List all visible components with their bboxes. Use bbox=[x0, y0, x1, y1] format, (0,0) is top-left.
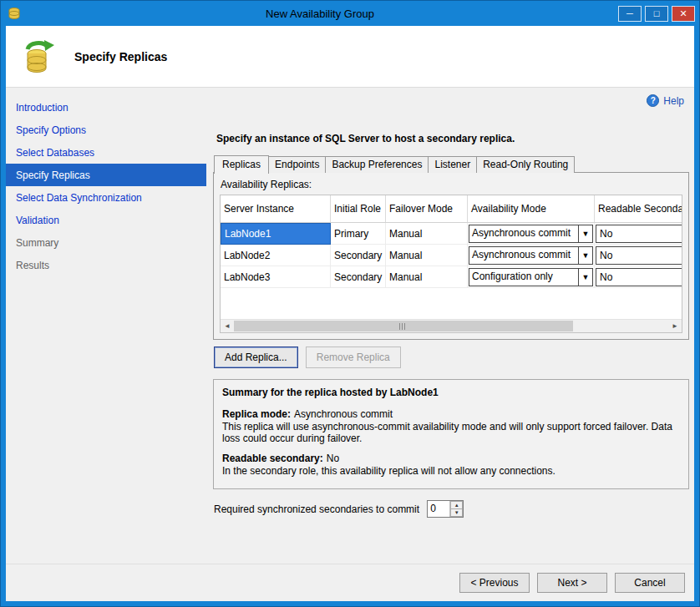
readable-secondary-label: Readable secondary: bbox=[222, 453, 323, 464]
remove-replica-button[interactable]: Remove Replica bbox=[306, 346, 401, 368]
sidebar-item-validation[interactable]: Validation bbox=[6, 209, 206, 231]
availability-mode-value: Configuration only bbox=[469, 269, 578, 286]
wizard-dialog: Specify Replicas Introduction Specify Op… bbox=[6, 26, 694, 601]
wizard-footer: < Previous Next > Cancel bbox=[6, 564, 694, 601]
replica-mode-label: Replica mode: bbox=[222, 408, 291, 420]
scroll-right-icon[interactable]: ► bbox=[668, 320, 682, 332]
replica-mode-value: Asynchronous commit bbox=[294, 408, 393, 420]
spin-down-icon[interactable]: ▼ bbox=[450, 509, 463, 517]
sidebar-item-introduction[interactable]: Introduction bbox=[6, 96, 206, 119]
summary-title: Summary for the replica hosted by LabNod… bbox=[222, 387, 680, 398]
availability-mode-dropdown[interactable]: Asynchronous commit ▼ bbox=[469, 225, 593, 243]
wizard-header: Specify Replicas bbox=[6, 26, 694, 88]
spin-up-icon[interactable]: ▲ bbox=[450, 501, 463, 509]
readable-secondary-dropdown[interactable]: No bbox=[596, 246, 682, 265]
help-link[interactable]: ? Help bbox=[647, 94, 684, 107]
tab-replicas[interactable]: Replicas bbox=[214, 155, 269, 174]
cell-server-instance[interactable]: LabNode2 bbox=[221, 245, 331, 266]
instruction-text: Specify an instance of SQL Server to hos… bbox=[216, 133, 689, 144]
cell-readable-secondary: No bbox=[595, 266, 682, 288]
availability-replicas-grid: Server Instance Initial Role Failover Mo… bbox=[220, 195, 682, 333]
cell-failover-mode: Manual bbox=[386, 223, 468, 245]
scrollbar-grip-icon bbox=[399, 323, 407, 330]
window-title: New Availability Group bbox=[22, 8, 618, 20]
new-availability-group-window: New Availability Group ─ □ ✕ Specify Rep… bbox=[0, 0, 700, 607]
scrollbar-track[interactable] bbox=[234, 320, 668, 332]
titlebar[interactable]: New Availability Group ─ □ ✕ bbox=[1, 1, 699, 26]
next-button[interactable]: Next > bbox=[537, 573, 607, 593]
readable-secondary-dropdown[interactable]: No bbox=[596, 225, 682, 243]
cell-failover-mode: Manual bbox=[386, 266, 468, 288]
minimize-button[interactable]: ─ bbox=[618, 6, 642, 22]
availability-replicas-label: Availability Replicas: bbox=[221, 179, 682, 190]
required-secondaries-value[interactable]: 0 bbox=[428, 501, 449, 517]
add-replica-button[interactable]: Add Replica... bbox=[214, 346, 298, 368]
app-icon bbox=[7, 6, 22, 21]
cell-initial-role: Secondary bbox=[331, 266, 386, 288]
replica-mode-description: This replica will use asynchronous-commi… bbox=[222, 421, 680, 444]
column-header-initial-role[interactable]: Initial Role bbox=[331, 195, 386, 222]
sidebar-item-specify-replicas[interactable]: Specify Replicas bbox=[6, 164, 206, 186]
sidebar-item-select-databases[interactable]: Select Databases bbox=[6, 141, 206, 164]
readable-secondary-summary-value: No bbox=[327, 453, 339, 464]
chevron-down-icon[interactable]: ▼ bbox=[578, 247, 592, 264]
availability-mode-dropdown[interactable]: Asynchronous commit ▼ bbox=[469, 246, 593, 265]
cell-failover-mode: Manual bbox=[386, 245, 468, 266]
availability-mode-dropdown[interactable]: Configuration only ▼ bbox=[469, 268, 593, 286]
readable-secondary-dropdown[interactable]: No bbox=[596, 268, 682, 286]
readable-secondary-description: In the secondary role, this availability… bbox=[222, 465, 680, 477]
table-row[interactable]: LabNode3 Secondary Manual Configuration … bbox=[221, 266, 682, 288]
close-button[interactable]: ✕ bbox=[672, 6, 695, 22]
sidebar-item-specify-options[interactable]: Specify Options bbox=[6, 119, 206, 141]
chevron-down-icon[interactable]: ▼ bbox=[578, 269, 592, 286]
replica-summary-box: Summary for the replica hosted by LabNod… bbox=[213, 379, 689, 489]
cell-availability-mode: Asynchronous commit ▼ bbox=[468, 223, 595, 245]
chevron-down-icon[interactable]: ▼ bbox=[578, 225, 592, 242]
cell-server-instance[interactable]: LabNode3 bbox=[221, 266, 331, 288]
tab-endpoints[interactable]: Endpoints bbox=[268, 156, 326, 173]
readable-secondary-value: No bbox=[600, 271, 612, 283]
cancel-button[interactable]: Cancel bbox=[615, 573, 685, 593]
help-icon: ? bbox=[647, 94, 659, 107]
tab-listener[interactable]: Listener bbox=[428, 156, 477, 173]
column-header-failover-mode[interactable]: Failover Mode bbox=[386, 195, 468, 222]
cell-initial-role: Primary bbox=[331, 223, 386, 245]
column-header-readable-secondary[interactable]: Readable Secondar bbox=[595, 195, 682, 222]
cell-readable-secondary: No bbox=[595, 245, 682, 266]
required-secondaries-label: Required synchronized secondaries to com… bbox=[214, 503, 419, 515]
grid-header-row: Server Instance Initial Role Failover Mo… bbox=[221, 195, 682, 223]
required-secondaries-stepper[interactable]: 0 ▲ ▼ bbox=[427, 500, 464, 518]
scrollbar-thumb[interactable] bbox=[234, 321, 573, 331]
tab-strip: Replicas Endpoints Backup Preferences Li… bbox=[213, 154, 689, 173]
wizard-steps-sidebar: Introduction Specify Options Select Data… bbox=[6, 88, 206, 564]
replicas-tab-panel: Availability Replicas: Server Instance I… bbox=[213, 172, 689, 340]
column-header-availability-mode[interactable]: Availability Mode bbox=[468, 195, 595, 222]
main-content: ? Help Specify an instance of SQL Server… bbox=[206, 88, 694, 564]
grid-empty-area bbox=[221, 288, 682, 319]
table-row[interactable]: LabNode1 Primary Manual Asynchronous com… bbox=[221, 223, 682, 245]
previous-button[interactable]: < Previous bbox=[459, 573, 530, 593]
replicas-header-icon bbox=[19, 38, 58, 76]
tab-read-only-routing[interactable]: Read-Only Routing bbox=[476, 156, 575, 173]
column-header-server-instance[interactable]: Server Instance bbox=[221, 195, 331, 222]
readable-secondary-value: No bbox=[600, 250, 612, 261]
readable-secondary-value: No bbox=[600, 228, 612, 240]
cell-availability-mode: Asynchronous commit ▼ bbox=[468, 245, 595, 266]
scroll-left-icon[interactable]: ◄ bbox=[221, 320, 234, 332]
cell-readable-secondary: No bbox=[595, 223, 682, 245]
sidebar-item-select-data-synchronization[interactable]: Select Data Synchronization bbox=[6, 186, 206, 209]
cell-server-instance[interactable]: LabNode1 bbox=[221, 223, 331, 245]
sidebar-item-results: Results bbox=[6, 254, 206, 276]
maximize-button[interactable]: □ bbox=[645, 6, 668, 22]
availability-mode-value: Asynchronous commit bbox=[469, 247, 578, 264]
cell-initial-role: Secondary bbox=[331, 245, 386, 266]
page-title: Specify Replicas bbox=[74, 50, 167, 63]
sidebar-item-summary: Summary bbox=[6, 231, 206, 254]
help-label: Help bbox=[663, 95, 684, 107]
cell-availability-mode: Configuration only ▼ bbox=[468, 266, 595, 288]
horizontal-scrollbar[interactable]: ◄ ► bbox=[221, 319, 682, 332]
table-row[interactable]: LabNode2 Secondary Manual Asynchronous c… bbox=[221, 245, 682, 266]
tab-backup-preferences[interactable]: Backup Preferences bbox=[325, 156, 429, 173]
availability-mode-value: Asynchronous commit bbox=[469, 225, 578, 242]
